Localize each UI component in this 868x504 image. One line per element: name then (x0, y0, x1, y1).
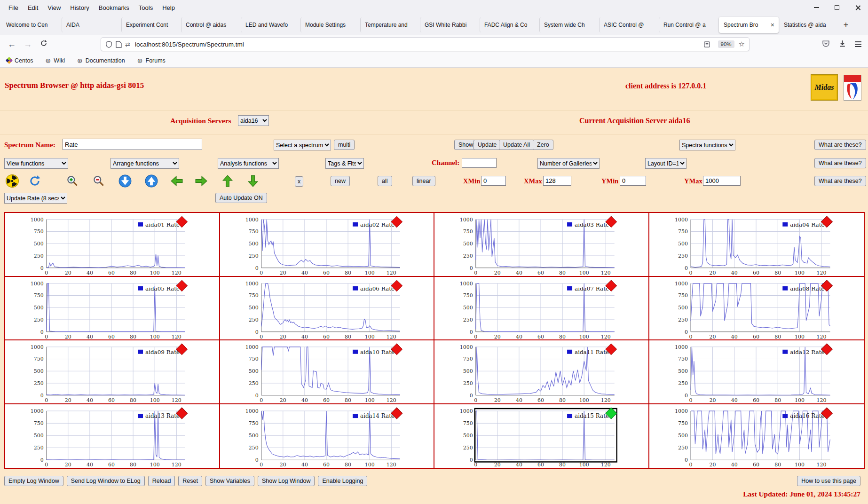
analysis-functions-dropdown[interactable]: Analysis functions (218, 158, 279, 169)
midas-logo[interactable]: Midas (811, 74, 838, 101)
tcl-powered-logo[interactable] (844, 75, 861, 101)
update-rate-dropdown[interactable]: Update Rate (8 secs) (4, 193, 67, 204)
footer-button-4[interactable]: Reset (178, 476, 202, 486)
downloads-icon[interactable] (838, 39, 846, 49)
footer-button-6[interactable]: Show Log Window (258, 476, 315, 486)
blue-sphere-down-icon[interactable] (118, 174, 132, 188)
tab-9[interactable]: FADC Align & Co (480, 17, 539, 32)
pocket-icon[interactable] (822, 39, 830, 49)
footer-button-1[interactable]: Empty Log Window (4, 476, 63, 486)
tab-12[interactable]: Run Control @ a (659, 17, 718, 32)
address-bar[interactable]: ⇄ localhost:8015/Spectrum/Spectrum.tml 9… (101, 37, 750, 51)
update-all-button[interactable]: Update All (499, 140, 534, 150)
xmax-input[interactable] (543, 176, 571, 186)
tab-1[interactable]: Welcome to Cen (2, 17, 62, 32)
bookmark-wiki[interactable]: ⊕Wiki (46, 57, 65, 64)
chart-cell-aida01[interactable]: 02505007501000020406080100120aida01 Rate (5, 213, 220, 277)
bookmark-forums[interactable]: ⊕Forums (137, 57, 166, 64)
tab-11[interactable]: ASIC Control @ (599, 17, 659, 32)
acquisition-server-select[interactable]: aida16 (238, 115, 269, 126)
chart-cell-aida15[interactable]: 02505007501000020406080100120aida15 Rate (434, 404, 649, 468)
chart-cell-aida08[interactable]: 02505007501000020406080100120aida08 Rate (649, 277, 864, 341)
linear-button[interactable]: linear (412, 176, 435, 186)
arrow-down-icon[interactable] (246, 174, 260, 188)
menu-icon[interactable] (855, 41, 861, 47)
footer-button-2[interactable]: Send Log Window to ELog (67, 476, 145, 486)
radiation-icon[interactable] (6, 174, 19, 188)
reader-mode-icon[interactable] (703, 41, 710, 48)
blue-sphere-up-icon[interactable] (145, 174, 158, 188)
forward-button[interactable]: → (20, 39, 36, 49)
close-button[interactable] (847, 0, 868, 15)
ymax-input[interactable] (703, 176, 741, 186)
tab-5[interactable]: LED and Wavefo (241, 17, 300, 32)
chart-cell-aida09[interactable]: 02505007501000020406080100120aida09 Rate (5, 340, 220, 404)
tab-13[interactable]: Spectrum Bro× (719, 17, 779, 33)
maximize-button[interactable] (827, 0, 847, 15)
footer-button-7[interactable]: Enable Logging (318, 476, 367, 486)
reload-button[interactable] (36, 39, 52, 49)
tab-4[interactable]: Control @ aidas (181, 17, 241, 32)
how-to-use-button[interactable]: How to use this page (797, 476, 860, 486)
tab-7[interactable]: Temperature and (360, 17, 420, 32)
bookmark-star-icon[interactable]: ☆ (739, 40, 745, 48)
tab-2[interactable]: AIDA (62, 17, 121, 32)
chart-cell-aida14[interactable]: 02505007501000020406080100120aida14 Rate (220, 404, 435, 468)
multi-button[interactable]: multi (334, 140, 355, 150)
zoom-out-icon[interactable] (92, 174, 105, 188)
update-button[interactable]: Update (473, 140, 501, 150)
all-button[interactable]: all (378, 176, 392, 186)
url-text[interactable]: localhost:8015/Spectrum/Spectrum.tml (135, 41, 703, 48)
what-are-these-button-1[interactable]: What are these? (814, 140, 866, 150)
chart-cell-aida16[interactable]: 02505007501000020406080100120aida16 Rate (649, 404, 864, 468)
refresh-icon[interactable] (28, 174, 41, 188)
chart-cell-aida11[interactable]: 02505007501000020406080100120aida11 Rate (434, 340, 649, 404)
auto-update-button[interactable]: Auto Update ON (215, 193, 267, 203)
footer-button-3[interactable]: Reload (148, 476, 175, 486)
galleries-dropdown[interactable]: Number of Galleries (537, 158, 600, 169)
menu-view[interactable]: View (43, 4, 65, 11)
footer-button-5[interactable]: Show Variables (205, 476, 254, 486)
what-are-these-button-2[interactable]: What are these? (814, 158, 866, 168)
x-button[interactable]: x (295, 176, 303, 187)
tab-close-icon[interactable]: × (771, 21, 774, 29)
menu-file[interactable]: File (4, 4, 23, 11)
arrow-left-icon[interactable] (170, 174, 183, 188)
what-are-these-button-3[interactable]: What are these? (814, 176, 866, 186)
tags-fits-dropdown[interactable]: Tags & Fits (325, 158, 364, 169)
chart-cell-aida05[interactable]: 02505007501000020406080100120aida05 Rate (5, 277, 220, 341)
layout-id-dropdown[interactable]: Layout ID=1 (645, 158, 687, 169)
chart-cell-aida04[interactable]: 02505007501000020406080100120aida04 Rate (649, 213, 864, 277)
bookmark-centos[interactable]: Centos (7, 57, 33, 64)
xmin-input[interactable] (481, 176, 506, 186)
ymin-input[interactable] (620, 176, 646, 186)
menu-history[interactable]: History (65, 4, 94, 11)
zoom-in-icon[interactable] (66, 174, 79, 188)
back-button[interactable]: ← (4, 39, 20, 49)
spectrum-name-input[interactable] (63, 139, 202, 150)
arrange-functions-dropdown[interactable]: Arrange functions (110, 158, 179, 169)
select-spectrum-dropdown[interactable]: Select a spectrum (274, 140, 331, 150)
arrow-up-icon[interactable] (221, 174, 234, 188)
menu-help[interactable]: Help (158, 4, 180, 11)
new-button[interactable]: new (331, 176, 350, 186)
arrow-right-icon[interactable] (195, 174, 208, 188)
permissions-icon[interactable]: ⇄ (125, 41, 130, 48)
chart-cell-aida07[interactable]: 02505007501000020406080100120aida07 Rate (434, 277, 649, 341)
spectra-functions-dropdown[interactable]: Spectra functions (679, 140, 735, 150)
chart-cell-aida06[interactable]: 02505007501000020406080100120aida06 Rate (220, 277, 435, 341)
tab-10[interactable]: System wide Ch (539, 17, 599, 32)
zoom-level-badge[interactable]: 90% (718, 40, 734, 48)
chart-cell-aida03[interactable]: 02505007501000020406080100120aida03 Rate (434, 213, 649, 277)
menu-tools[interactable]: Tools (134, 4, 158, 11)
chart-cell-aida13[interactable]: 02505007501000020406080100120aida13 Rate (5, 404, 220, 468)
tab-14[interactable]: Statistics @ aida (779, 17, 839, 32)
menu-edit[interactable]: Edit (23, 4, 43, 11)
menu-bookmarks[interactable]: Bookmarks (94, 4, 134, 11)
view-functions-dropdown[interactable]: View functions (4, 158, 68, 169)
chart-cell-aida10[interactable]: 02505007501000020406080100120aida10 Rate (220, 340, 435, 404)
chart-cell-aida12[interactable]: 02505007501000020406080100120aida12 Rate (649, 340, 864, 404)
tab-6[interactable]: Module Settings (300, 17, 360, 32)
minimize-button[interactable] (806, 0, 827, 15)
zero-button[interactable]: Zero (533, 140, 553, 150)
